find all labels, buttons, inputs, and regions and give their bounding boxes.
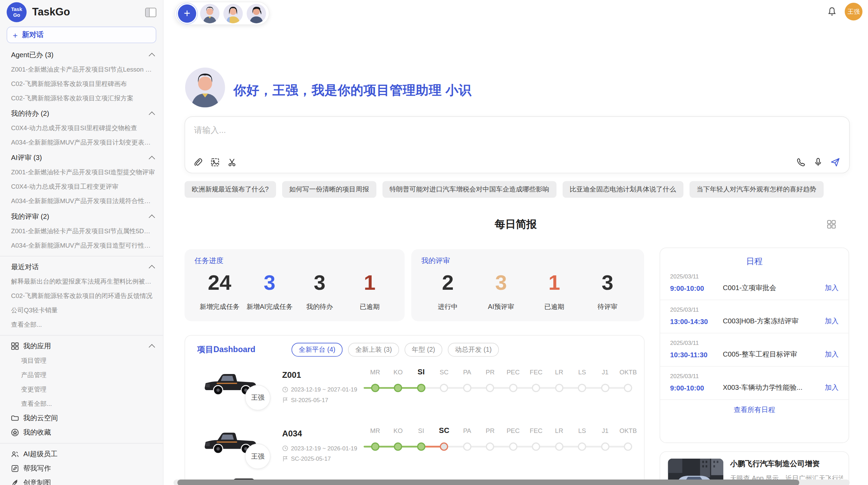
project-dates: 2023-12-19 ~ 2027-01-19	[282, 386, 357, 393]
daily-briefing-title: 每日简报	[164, 217, 868, 232]
assistant-avatar-large	[185, 67, 225, 107]
join-link[interactable]: 加入	[825, 350, 839, 359]
collapse-sidebar-icon[interactable]	[145, 8, 156, 17]
composer-right-icons	[796, 157, 840, 167]
task-item[interactable]: Z001-全新燃油轻卡产品开发项目SI节点属性5D文件评审	[0, 224, 163, 238]
suggestion-chip[interactable]: 欧洲新规最近颁布了什么?	[184, 181, 276, 198]
attachment-icon[interactable]	[193, 157, 203, 167]
apps-view-all-link[interactable]: 查看全部...	[0, 397, 163, 411]
project-dates: 2023-12-19 ~ 2026-01-19	[282, 445, 357, 451]
add-assistant-button[interactable]: +	[178, 4, 196, 22]
sidebar-section-recent[interactable]: 最近对话	[0, 260, 163, 274]
sidebar-section-ai-review[interactable]: AI评审 (3)	[0, 151, 163, 165]
milestone-track: MRKOSISCPAPRPECFECLRLSJ1OKTB	[364, 368, 640, 397]
view-all-schedule-link[interactable]: 查看所有日程	[660, 406, 849, 415]
horizontal-scrollbar-thumb[interactable]	[177, 480, 799, 485]
feather-icon	[11, 479, 19, 485]
project-row[interactable]: 王强 Z001 2023-12-19 ~ 2027-01-19 SI-2025-…	[185, 361, 644, 415]
milestone-dot	[624, 443, 632, 451]
task-item[interactable]: C02-飞腾新能源轻客改款项目立项汇报方案	[0, 91, 163, 105]
sidebar-item-creative-draw[interactable]: 创意制图	[0, 476, 163, 485]
app-link-product-mgmt[interactable]: 产品管理	[0, 368, 163, 382]
stat-new-done: 24新增完成任务	[195, 270, 245, 312]
clock-icon	[282, 386, 288, 393]
chevron-up-icon	[149, 111, 155, 117]
new-chat-button[interactable]: + 新对话	[7, 27, 156, 43]
divider	[0, 335, 163, 336]
stat-pending-review: 3待评审	[581, 270, 634, 312]
message-input[interactable]	[193, 125, 749, 135]
assistant-switcher: +	[174, 2, 269, 25]
assistant-avatar-3[interactable]	[247, 4, 266, 23]
schedule-event: 2025/03/11 10:30-11:30C005-整车工程目标评审加入	[660, 333, 849, 366]
recent-chat-item[interactable]: C02-飞腾新能源轻客改款项目的闭环通告反馈情况	[0, 288, 163, 303]
assistant-avatar-2[interactable]	[224, 4, 243, 23]
layout-grid-icon[interactable]	[827, 220, 836, 229]
task-item[interactable]: C0X4-动力总成开发项目工程变更评审	[0, 179, 163, 194]
filter-powertrain[interactable]: 动总开发 (1)	[448, 343, 499, 357]
logo-text-bottom: Go	[13, 12, 20, 18]
greeting-text: 你好，王强，我是你的项目管理助理 小识	[233, 82, 472, 99]
section-title: 最近对话	[11, 262, 149, 272]
send-icon[interactable]	[830, 157, 840, 167]
sidebar-item-ai-staff[interactable]: AI超级员工	[0, 447, 163, 461]
assistant-avatar-1[interactable]	[200, 4, 220, 23]
suggestion-chip[interactable]: 特朗普可能对进口汽车增税会对中国车企造成哪些影响	[382, 181, 556, 198]
task-item[interactable]: A034-全新新能源MUV产品开发项目法规符合性评审	[0, 194, 163, 208]
join-link[interactable]: 加入	[825, 284, 839, 293]
task-item[interactable]: C0X4-动力总成开发项目SI里程碑提交物检查	[0, 121, 163, 135]
event-time: 10:30-11:30	[670, 351, 723, 359]
task-item[interactable]: C02-飞腾新能源轻客改款项目里程碑画布	[0, 76, 163, 91]
task-item[interactable]: Z001-全新燃油轻卡产品开发项目SI造型提交物评审	[0, 165, 163, 179]
sidebar-section-my-todo[interactable]: 我的待办 (2)	[0, 106, 163, 121]
project-row[interactable]: 王强 A034 2023-12-19 ~ 2026-01-19 SC-2025-…	[185, 420, 644, 474]
stat-ai-prereview: 3AI预评审	[474, 270, 528, 312]
recent-chat-item[interactable]: 解释最新出台的欧盟报废车法规再生塑料比例被调至15%...	[0, 274, 163, 288]
task-item[interactable]: A034-全新新能源MUV产品开发项目造型可行性评审	[0, 238, 163, 252]
join-link[interactable]: 加入	[825, 317, 839, 326]
scissors-icon[interactable]	[227, 157, 237, 167]
task-item[interactable]: A034-全新新能源MUV产品开发项目计划变更表编写	[0, 135, 163, 150]
task-item[interactable]: Z001-全新燃油皮卡产品开发项目SI节点Lesson Learn报告	[0, 62, 163, 76]
sidebar-item-my-apps[interactable]: 我的应用	[0, 339, 163, 353]
filter-new-body[interactable]: 全新上装 (3)	[348, 343, 399, 357]
suggestion-chip[interactable]: 如何写一份清晰的项目周报	[282, 181, 376, 198]
sidebar-item-help-write[interactable]: 帮我写作	[0, 461, 163, 476]
sidebar: Task Go TaskGo + 新对话 Agent已办 (3) Z001-全新…	[0, 0, 164, 485]
composer-left-icons	[193, 157, 237, 167]
recent-chat-item[interactable]: 公司Q3轻卡销量	[0, 303, 163, 317]
suggestion-chip[interactable]: 当下年轻人对汽车外观有怎样的喜好趋势	[689, 181, 823, 198]
event-date: 2025/03/11	[670, 339, 839, 346]
notification-bell-icon[interactable]	[827, 7, 837, 16]
sidebar-item-cloud-space[interactable]: 我的云空间	[0, 411, 163, 425]
sidebar-item-favorites[interactable]: 我的收藏	[0, 425, 163, 440]
dashboard-filters: 全新平台 (4) 全新上装 (3) 年型 (2) 动总开发 (1)	[291, 343, 499, 357]
user-avatar[interactable]: 王强	[845, 3, 863, 21]
sidebar-section-agent-done[interactable]: Agent已办 (3)	[0, 48, 163, 62]
schedule-event: 2025/03/11 13:00-14:30C003|H0B-方案冻结评审加入	[660, 300, 849, 333]
suggestion-chips: 欧洲新规最近颁布了什么? 如何写一份清晰的项目周报 特朗普可能对进口汽车增税会对…	[184, 181, 855, 198]
stat-overdue: 1已逾期	[528, 270, 581, 312]
dashboard-title: 项目Dashboard	[197, 345, 292, 355]
logo-text-top: Task	[11, 7, 22, 12]
news-title: 小鹏飞行汽车制造公司增资	[730, 459, 820, 469]
event-name: X003-车辆动力学性能验...	[723, 383, 825, 393]
new-chat-label: 新对话	[22, 30, 44, 40]
phone-icon[interactable]	[796, 157, 806, 167]
app-window: Task Go TaskGo + 新对话 Agent已办 (3) Z001-全新…	[0, 0, 868, 485]
join-link[interactable]: 加入	[825, 383, 839, 393]
schedule-title: 日程	[660, 248, 849, 267]
image-icon[interactable]	[210, 157, 220, 167]
app-link-project-mgmt[interactable]: 项目管理	[0, 353, 163, 368]
recent-view-all-link[interactable]: 查看全部...	[0, 317, 163, 332]
milestone-dot	[486, 443, 494, 451]
filter-year-model[interactable]: 年型 (2)	[405, 343, 442, 357]
filter-new-platform[interactable]: 全新平台 (4)	[291, 343, 342, 357]
help-write-label: 帮我写作	[23, 464, 154, 473]
sidebar-section-my-review[interactable]: 我的评审 (2)	[0, 209, 163, 224]
suggestion-chip[interactable]: 比亚迪全固态电池计划具体说了什么	[563, 181, 683, 198]
microphone-icon[interactable]	[813, 157, 823, 167]
milestone-dot	[371, 384, 379, 392]
schedule-event: 2025/03/11 9:00-10:00X003-车辆动力学性能验...加入	[660, 366, 849, 400]
app-link-change-mgmt[interactable]: 变更管理	[0, 382, 163, 397]
